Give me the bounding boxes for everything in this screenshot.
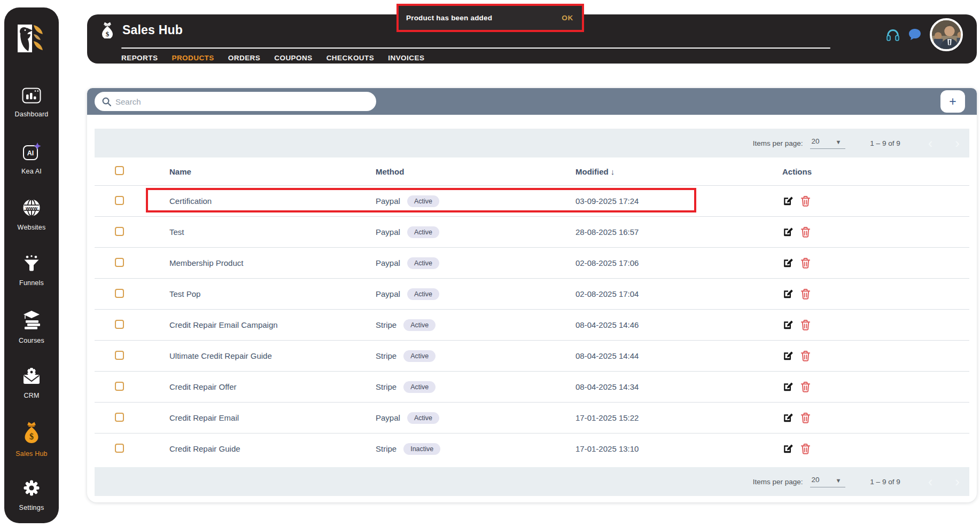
sidebar-item-label: Dashboard	[15, 111, 49, 118]
trash-icon	[800, 350, 811, 361]
status-badge: Active	[403, 381, 435, 393]
delete-button[interactable]	[800, 226, 811, 238]
edit-icon	[782, 257, 794, 269]
edit-icon	[782, 195, 794, 207]
edit-button[interactable]	[782, 381, 794, 392]
product-name[interactable]: Membership Product	[169, 258, 376, 267]
chat-bubble-icon[interactable]	[908, 28, 922, 42]
sidebar-item-dashboard[interactable]: Dashboard	[4, 75, 59, 131]
delete-button[interactable]	[800, 319, 811, 330]
page-size-value: 20	[811, 476, 819, 484]
product-name[interactable]: Test Pop	[169, 289, 376, 298]
edit-icon	[782, 288, 794, 300]
sidebar-item-label: CRM	[24, 392, 39, 399]
sidebar-item-crm[interactable]: CRM	[4, 355, 59, 411]
delete-button[interactable]	[800, 350, 811, 361]
tab-reports[interactable]: REPORTS	[121, 54, 158, 62]
row-checkbox[interactable]	[115, 413, 124, 422]
status-badge: Active	[403, 319, 435, 331]
money-bag-icon: $	[100, 21, 115, 38]
column-header-method[interactable]: Method	[376, 167, 575, 176]
delete-button[interactable]	[800, 288, 811, 300]
dashboard-icon	[22, 88, 41, 106]
table-row: Test Pop Paypal Active 02-08-2025 17:04	[95, 278, 969, 309]
delete-button[interactable]	[800, 443, 811, 454]
edit-button[interactable]	[782, 226, 794, 238]
edit-icon	[782, 319, 794, 330]
tab-products[interactable]: PRODUCTS	[172, 54, 214, 62]
product-name[interactable]: Ultimate Credit Repair Guide	[169, 351, 376, 360]
pagination-bottom: Items per page: 20 ▼ 1 – 9 of 9 ‹ ›	[95, 467, 969, 496]
modified-date: 17-01-2025 15:22	[575, 413, 782, 422]
product-name[interactable]: Credit Repair Email Campaign	[169, 320, 376, 329]
row-checkbox[interactable]	[115, 444, 124, 453]
sidebar-item-funnels[interactable]: Funnels	[4, 243, 59, 299]
status-badge: Active	[407, 288, 439, 300]
sidebar-item-websites[interactable]: www Websites	[4, 187, 59, 243]
sidebar-item-kea-ai[interactable]: AI Kea AI	[4, 131, 59, 187]
status-badge: Active	[407, 257, 439, 269]
edit-button[interactable]	[782, 443, 794, 454]
page-size-select[interactable]: 20 ▼	[810, 476, 845, 487]
edit-button[interactable]	[782, 412, 794, 423]
modified-date: 17-01-2025 13:10	[575, 444, 782, 453]
envelope-gear-icon	[22, 367, 41, 387]
avatar-photo	[932, 20, 963, 51]
add-product-button[interactable]: +	[940, 90, 965, 113]
sidebar-item-settings[interactable]: Settings	[4, 467, 59, 523]
money-bag-icon: $	[22, 421, 41, 445]
column-header-modified[interactable]: Modified↓	[575, 167, 782, 176]
edit-button[interactable]	[782, 319, 794, 330]
trash-icon	[800, 257, 811, 269]
product-name[interactable]: Credit Repair Offer	[169, 382, 376, 391]
delete-button[interactable]	[800, 412, 811, 423]
tab-orders[interactable]: ORDERS	[228, 54, 260, 62]
row-checkbox[interactable]	[115, 227, 124, 236]
product-name[interactable]: Test	[169, 227, 376, 237]
payment-method: Paypal	[376, 258, 400, 267]
column-header-name[interactable]: Name	[169, 167, 376, 176]
row-checkbox[interactable]	[115, 320, 124, 329]
edit-button[interactable]	[782, 195, 794, 207]
tab-checkouts[interactable]: CHECKOUTS	[326, 54, 375, 62]
tab-invoices[interactable]: INVOICES	[388, 54, 424, 62]
delete-button[interactable]	[800, 257, 811, 269]
search-box[interactable]	[95, 92, 376, 111]
edit-button[interactable]	[782, 350, 794, 361]
product-name[interactable]: Certification	[169, 196, 376, 206]
product-name[interactable]: Credit Repair Email	[169, 413, 376, 422]
edit-button[interactable]	[782, 257, 794, 269]
sidebar-item-courses[interactable]: Courses	[4, 299, 59, 355]
table-container: Items per page: 20 ▼ 1 – 9 of 9 ‹ › Name…	[87, 129, 977, 496]
trash-icon	[800, 443, 811, 454]
page-size-select[interactable]: 20 ▼	[810, 137, 845, 149]
sidebar-item-sales-hub[interactable]: $ Sales Hub	[4, 411, 59, 467]
support-headphones-icon[interactable]	[886, 28, 900, 42]
product-name[interactable]: Credit Repair Guide	[169, 444, 376, 453]
header-actions	[886, 18, 963, 51]
svg-text:$: $	[29, 432, 34, 441]
toast-ok-button[interactable]: OK	[562, 14, 573, 22]
row-checkbox[interactable]	[115, 351, 124, 360]
search-input[interactable]	[115, 97, 369, 106]
table-row: Membership Product Paypal Active 02-08-2…	[95, 247, 969, 278]
status-badge: Active	[403, 350, 435, 362]
status-badge: Inactive	[403, 443, 440, 455]
tab-coupons[interactable]: COUPONS	[274, 54, 312, 62]
payment-method: Stripe	[376, 351, 396, 360]
status-badge: Active	[407, 226, 439, 238]
payment-method: Stripe	[376, 382, 396, 391]
delete-button[interactable]	[800, 195, 811, 207]
modified-date: 08-04-2025 14:46	[575, 320, 782, 329]
row-checkbox[interactable]	[115, 258, 124, 267]
kea-logo[interactable]	[16, 23, 47, 53]
edit-button[interactable]	[782, 288, 794, 300]
row-checkbox[interactable]	[115, 289, 124, 298]
row-checkbox[interactable]	[115, 382, 124, 391]
header-divider	[121, 48, 830, 49]
row-checkbox[interactable]	[115, 196, 124, 205]
select-all-checkbox[interactable]	[115, 166, 124, 175]
user-avatar[interactable]	[930, 18, 963, 51]
pagination-range: 1 – 9 of 9	[870, 478, 900, 486]
delete-button[interactable]	[800, 381, 811, 392]
